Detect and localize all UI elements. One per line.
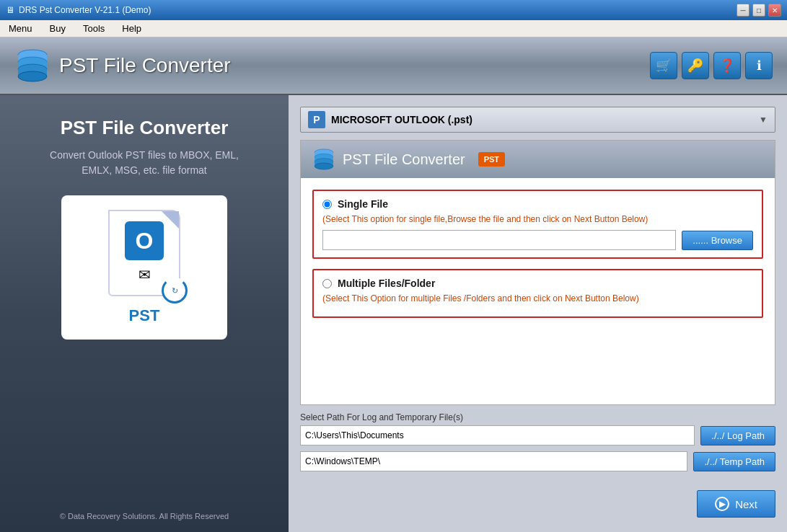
temp-path-row: ./../ Temp Path	[300, 451, 775, 471]
info-icon-button[interactable]: ℹ	[745, 52, 773, 79]
path-label: Select Path For Log and Temporary File(s…	[300, 412, 775, 422]
pst-badge: PST	[478, 152, 505, 167]
temp-path-button[interactable]: ./../ Temp Path	[693, 452, 775, 471]
inner-header-title: PST File Converter	[343, 151, 465, 168]
single-file-input[interactable]	[322, 230, 676, 250]
key-icon-button[interactable]: 🔑	[682, 52, 709, 79]
svg-point-6	[18, 71, 47, 81]
dropdown-prefix: P	[308, 111, 325, 128]
inner-database-icon	[312, 148, 335, 171]
svg-point-13	[315, 163, 333, 169]
right-panel: P MICROSOFT OUTLOOK (.pst) ▼ PST File Co…	[289, 95, 787, 532]
minimize-button[interactable]: ─	[737, 4, 749, 17]
dropdown-label: MICROSOFT OUTLOOK (.pst)	[331, 114, 768, 125]
main-layout: PST File Converter Convert Outlook PST f…	[0, 95, 787, 532]
pst-text-label: PST	[129, 306, 160, 325]
left-footer: © Data Recovery Solutions. All Rights Re…	[60, 512, 229, 520]
log-path-input[interactable]	[300, 425, 695, 445]
chevron-down-icon: ▼	[759, 115, 768, 125]
left-panel: PST File Converter Convert Outlook PST f…	[0, 95, 289, 532]
pst-file-icon: O ✉ ↻	[108, 210, 180, 296]
next-label: Next	[735, 498, 757, 510]
header-icons: 🛒 🔑 ❓ ℹ	[650, 52, 773, 79]
help-icon-button[interactable]: ❓	[713, 52, 741, 79]
title-bar: 🖥 DRS Pst Converter V-21.1 (Demo) ─ □ ✕	[0, 0, 787, 20]
content-box: PST File Converter PST Single File (Sele…	[300, 140, 775, 405]
single-file-hint: (Select This option for single file,Brow…	[322, 214, 753, 224]
log-path-row: ./../ Log Path	[300, 425, 775, 445]
multiple-files-radio[interactable]	[322, 279, 332, 288]
next-button[interactable]: ▶ Next	[697, 490, 775, 518]
inner-header: PST File Converter PST	[301, 141, 775, 178]
log-path-button[interactable]: ./../ Log Path	[700, 426, 775, 445]
app-header: PST File Converter 🛒 🔑 ❓ ℹ	[0, 37, 787, 95]
app-title: PST File Converter	[59, 54, 231, 77]
menu-tools[interactable]: Tools	[80, 22, 107, 35]
header-title-group: PST File Converter	[14, 48, 231, 84]
left-panel-subtitle: Convert Outlook PST files to MBOX, EML,E…	[50, 148, 239, 178]
multiple-files-text: Multiple Files/Folder	[338, 278, 435, 289]
window-title: DRS Pst Converter V-21.1 (Demo)	[19, 5, 151, 15]
multiple-files-hint: (Select This Option for multiple Files /…	[322, 293, 753, 303]
next-circle-icon: ▶	[715, 497, 729, 511]
menu-menu[interactable]: Menu	[6, 22, 35, 35]
single-file-label[interactable]: Single File	[322, 198, 753, 210]
single-file-radio[interactable]	[322, 200, 332, 209]
single-file-section: Single File (Select This option for sing…	[312, 190, 763, 259]
menu-buy[interactable]: Buy	[47, 22, 69, 35]
title-bar-controls: ─ □ ✕	[737, 4, 781, 17]
temp-path-input[interactable]	[300, 451, 687, 471]
database-icon	[14, 48, 50, 84]
title-bar-left: 🖥 DRS Pst Converter V-21.1 (Demo)	[6, 5, 151, 15]
multiple-files-section: Multiple Files/Folder (Select This Optio…	[312, 269, 763, 318]
close-button[interactable]: ✕	[768, 4, 781, 17]
left-panel-title: PST File Converter	[61, 117, 229, 139]
browse-button[interactable]: ...... Browse	[682, 231, 753, 250]
single-file-input-row: ...... Browse	[322, 230, 753, 250]
single-file-text: Single File	[338, 198, 388, 210]
cart-icon-button[interactable]: 🛒	[650, 52, 677, 79]
menu-bar: Menu Buy Tools Help	[0, 20, 787, 37]
path-section: Select Path For Log and Temporary File(s…	[300, 412, 775, 477]
menu-help[interactable]: Help	[119, 22, 144, 35]
next-row: ▶ Next	[300, 484, 775, 520]
maximize-button[interactable]: □	[752, 4, 765, 17]
app-icon: 🖥	[6, 5, 14, 15]
pst-icon-box: O ✉ ↻ PST	[61, 195, 227, 340]
format-dropdown[interactable]: P MICROSOFT OUTLOOK (.pst) ▼	[300, 107, 775, 133]
multiple-files-label[interactable]: Multiple Files/Folder	[322, 278, 753, 289]
